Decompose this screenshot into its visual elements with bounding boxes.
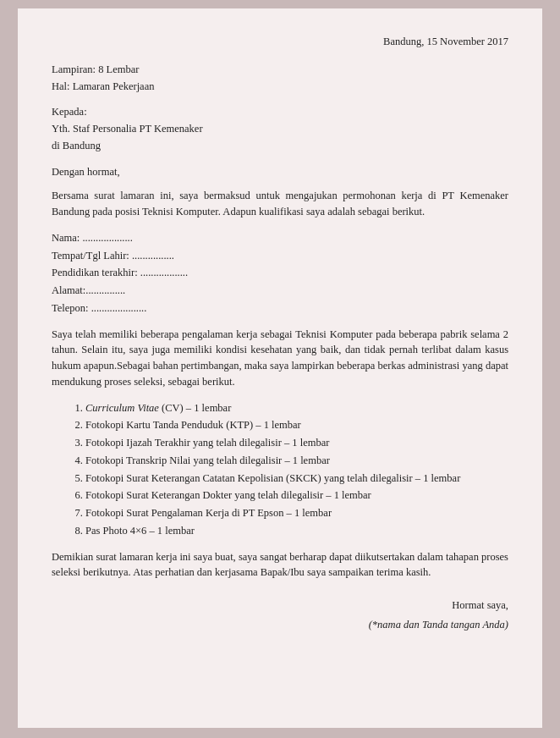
field-alamat: Alamat:............... [52,283,508,299]
list-item: Fotokopi Transkrip Nilai yang telah dile… [85,453,508,469]
closing-paragraph: Demikian surat lamaran kerja ini saya bu… [52,549,508,581]
field-telepon: Telepon: ..................... [52,300,508,317]
signature-text: (*nama dan Tanda tangan Anda) [369,619,508,631]
fields-section: Nama: ................... Tempat/Tgl Lah… [52,230,508,317]
experience-paragraph: Saya telah memiliki beberapa pengalaman … [52,327,508,390]
list-item: Curriculum Vitae (CV) – 1 lembar [85,400,508,416]
experience-text: Saya telah memiliki beberapa pengalaman … [52,328,508,388]
di-text: di Bandung [52,138,508,154]
header-section: Lampiran: 8 Lembar Hal: Lamaran Pekerjaa… [52,62,508,95]
greeting-text: Dengan hormat, [52,164,508,180]
signature-placeholder: (*nama dan Tanda tangan Anda) [52,617,508,633]
list-item: Fotokopi Ijazah Terakhir yang telah dile… [85,435,508,451]
sign-off-text: Hormat saya, [452,599,508,611]
closing-text: Demikian surat lamaran kerja ini saya bu… [52,551,508,579]
opening-paragraph: Bersama surat lamaran ini, saya bermaksu… [52,188,508,220]
attachments-list: Curriculum Vitae (CV) – 1 lembar Fotokop… [52,400,508,539]
opening-text: Bersama surat lamaran ini, saya bermaksu… [52,190,508,218]
field-nama: Nama: ................... [52,230,508,246]
list-item: Fotokopi Kartu Tanda Penduduk (KTP) – 1 … [85,417,508,433]
letter-document: Bandung, 15 November 2017 Lampiran: 8 Le… [18,8,542,728]
field-tempat-lahir: Tempat/Tgl Lahir: ................ [52,248,508,264]
recipient-section: Kepada: Yth. Staf Personalia PT Kemenake… [52,104,508,153]
list-item: Fotokopi Surat Keterangan Catatan Kepoli… [85,471,508,487]
list-item: Pas Photo 4×6 – 1 lembar [85,523,508,539]
date-text: Bandung, 15 November 2017 [383,36,508,47]
field-pendidikan: Pendidikan terakhir: .................. [52,265,508,281]
sign-off: Hormat saya, [52,598,508,614]
cv-italic: Curriculum Vitae [85,402,159,414]
kepada-label: Kepada: [52,104,508,120]
list-item: Fotokopi Surat Keterangan Dokter yang te… [85,487,508,504]
date-section: Bandung, 15 November 2017 [52,34,508,50]
lampiran-text: Lampiran: 8 Lembar [52,62,508,78]
yth-text: Yth. Staf Personalia PT Kemenaker [52,121,508,137]
list-item: Fotokopi Surat Pengalaman Kerja di PT Ep… [85,505,508,521]
hal-text: Hal: Lamaran Pekerjaan [52,79,508,95]
greeting-section: Dengan hormat, [52,164,508,180]
